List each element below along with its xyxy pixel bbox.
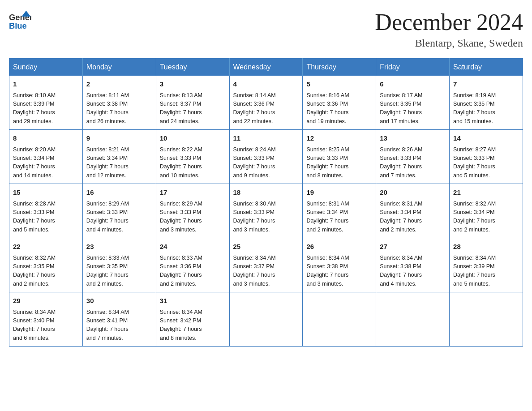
calendar-cell: 25Sunrise: 8:34 AMSunset: 3:37 PMDayligh… xyxy=(229,238,303,292)
calendar-cell: 13Sunrise: 8:26 AMSunset: 3:33 PMDayligh… xyxy=(376,130,450,184)
day-info: Sunrise: 8:29 AMSunset: 3:33 PMDaylight:… xyxy=(86,201,129,233)
header-saturday: Saturday xyxy=(450,59,523,76)
day-info: Sunrise: 8:34 AMSunset: 3:38 PMDaylight:… xyxy=(380,255,422,287)
header-thursday: Thursday xyxy=(303,59,376,76)
day-info: Sunrise: 8:33 AMSunset: 3:36 PMDaylight:… xyxy=(160,255,202,287)
calendar-cell: 28Sunrise: 8:34 AMSunset: 3:39 PMDayligh… xyxy=(450,238,523,292)
day-info: Sunrise: 8:10 AMSunset: 3:39 PMDaylight:… xyxy=(13,92,56,124)
calendar-cell: 31Sunrise: 8:34 AMSunset: 3:42 PMDayligh… xyxy=(156,292,229,347)
calendar-cell: 5Sunrise: 8:16 AMSunset: 3:36 PMDaylight… xyxy=(303,76,376,130)
day-number: 18 xyxy=(233,188,299,198)
day-number: 26 xyxy=(306,242,372,252)
calendar-cell: 21Sunrise: 8:32 AMSunset: 3:34 PMDayligh… xyxy=(450,184,523,238)
logo: General Blue xyxy=(9,9,33,31)
day-number: 1 xyxy=(13,79,79,90)
day-number: 11 xyxy=(233,133,299,144)
day-info: Sunrise: 8:25 AMSunset: 3:33 PMDaylight:… xyxy=(306,146,349,179)
calendar-body: 1Sunrise: 8:10 AMSunset: 3:39 PMDaylight… xyxy=(9,76,523,347)
calendar-cell: 20Sunrise: 8:31 AMSunset: 3:34 PMDayligh… xyxy=(376,184,450,238)
day-info: Sunrise: 8:34 AMSunset: 3:41 PMDaylight:… xyxy=(86,309,129,341)
day-number: 17 xyxy=(160,188,226,198)
day-number: 8 xyxy=(13,133,79,144)
calendar-cell: 26Sunrise: 8:34 AMSunset: 3:38 PMDayligh… xyxy=(303,238,376,292)
calendar-cell: 11Sunrise: 8:24 AMSunset: 3:33 PMDayligh… xyxy=(229,130,303,184)
calendar-cell: 7Sunrise: 8:19 AMSunset: 3:35 PMDaylight… xyxy=(450,76,523,130)
day-number: 30 xyxy=(86,296,152,306)
day-info: Sunrise: 8:29 AMSunset: 3:33 PMDaylight:… xyxy=(160,201,202,233)
day-info: Sunrise: 8:32 AMSunset: 3:35 PMDaylight:… xyxy=(13,255,56,287)
title-area: December 2024 Blentarp, Skane, Sweden xyxy=(375,9,523,49)
day-info: Sunrise: 8:34 AMSunset: 3:42 PMDaylight:… xyxy=(160,309,202,341)
day-info: Sunrise: 8:34 AMSunset: 3:39 PMDaylight:… xyxy=(453,255,496,287)
day-info: Sunrise: 8:19 AMSunset: 3:35 PMDaylight:… xyxy=(453,92,496,124)
day-info: Sunrise: 8:14 AMSunset: 3:36 PMDaylight:… xyxy=(233,92,276,124)
day-number: 31 xyxy=(160,296,226,306)
day-info: Sunrise: 8:11 AMSunset: 3:38 PMDaylight:… xyxy=(86,92,129,124)
day-info: Sunrise: 8:34 AMSunset: 3:40 PMDaylight:… xyxy=(13,309,56,341)
calendar-cell: 18Sunrise: 8:30 AMSunset: 3:33 PMDayligh… xyxy=(229,184,303,238)
calendar-cell: 22Sunrise: 8:32 AMSunset: 3:35 PMDayligh… xyxy=(9,238,83,292)
day-number: 23 xyxy=(86,242,152,252)
day-number: 14 xyxy=(453,133,519,144)
calendar-week-row: 8Sunrise: 8:20 AMSunset: 3:34 PMDaylight… xyxy=(9,130,523,184)
day-number: 25 xyxy=(233,242,299,252)
day-info: Sunrise: 8:34 AMSunset: 3:38 PMDaylight:… xyxy=(306,255,349,287)
calendar-cell xyxy=(229,292,303,347)
day-number: 16 xyxy=(86,188,152,198)
calendar-cell: 17Sunrise: 8:29 AMSunset: 3:33 PMDayligh… xyxy=(156,184,229,238)
calendar-cell: 15Sunrise: 8:28 AMSunset: 3:33 PMDayligh… xyxy=(9,184,83,238)
day-info: Sunrise: 8:34 AMSunset: 3:37 PMDaylight:… xyxy=(233,255,276,287)
calendar-cell: 24Sunrise: 8:33 AMSunset: 3:36 PMDayligh… xyxy=(156,238,229,292)
calendar-cell: 1Sunrise: 8:10 AMSunset: 3:39 PMDaylight… xyxy=(9,76,83,130)
calendar-cell: 10Sunrise: 8:22 AMSunset: 3:33 PMDayligh… xyxy=(156,130,229,184)
logo-icon: General Blue xyxy=(9,9,31,31)
day-info: Sunrise: 8:32 AMSunset: 3:34 PMDaylight:… xyxy=(453,201,496,233)
day-info: Sunrise: 8:22 AMSunset: 3:33 PMDaylight:… xyxy=(160,146,202,179)
day-info: Sunrise: 8:26 AMSunset: 3:33 PMDaylight:… xyxy=(380,146,422,179)
calendar-cell: 2Sunrise: 8:11 AMSunset: 3:38 PMDaylight… xyxy=(82,76,156,130)
day-number: 15 xyxy=(13,188,79,198)
svg-text:Blue: Blue xyxy=(9,21,27,30)
header-monday: Monday xyxy=(82,59,156,76)
day-number: 6 xyxy=(380,79,446,90)
day-info: Sunrise: 8:30 AMSunset: 3:33 PMDaylight:… xyxy=(233,201,276,233)
calendar-table: Sunday Monday Tuesday Wednesday Thursday… xyxy=(9,58,523,347)
calendar-cell: 29Sunrise: 8:34 AMSunset: 3:40 PMDayligh… xyxy=(9,292,83,347)
calendar-cell xyxy=(303,292,376,347)
day-info: Sunrise: 8:21 AMSunset: 3:34 PMDaylight:… xyxy=(86,146,129,179)
calendar-cell: 30Sunrise: 8:34 AMSunset: 3:41 PMDayligh… xyxy=(82,292,156,347)
day-number: 5 xyxy=(306,79,372,90)
day-info: Sunrise: 8:20 AMSunset: 3:34 PMDaylight:… xyxy=(13,146,56,179)
calendar-cell: 27Sunrise: 8:34 AMSunset: 3:38 PMDayligh… xyxy=(376,238,450,292)
day-number: 9 xyxy=(86,133,152,144)
day-number: 13 xyxy=(380,133,446,144)
day-info: Sunrise: 8:27 AMSunset: 3:33 PMDaylight:… xyxy=(453,146,496,179)
day-number: 4 xyxy=(233,79,299,90)
day-number: 10 xyxy=(160,133,226,144)
day-info: Sunrise: 8:28 AMSunset: 3:33 PMDaylight:… xyxy=(13,201,56,233)
calendar-cell: 4Sunrise: 8:14 AMSunset: 3:36 PMDaylight… xyxy=(229,76,303,130)
page-header: General Blue December 2024 Blentarp, Ska… xyxy=(9,9,523,49)
day-number: 27 xyxy=(380,242,446,252)
day-number: 28 xyxy=(453,242,519,252)
calendar-week-row: 22Sunrise: 8:32 AMSunset: 3:35 PMDayligh… xyxy=(9,238,523,292)
day-info: Sunrise: 8:33 AMSunset: 3:35 PMDaylight:… xyxy=(86,255,129,287)
calendar-cell: 19Sunrise: 8:31 AMSunset: 3:34 PMDayligh… xyxy=(303,184,376,238)
day-number: 12 xyxy=(306,133,372,144)
calendar-week-row: 15Sunrise: 8:28 AMSunset: 3:33 PMDayligh… xyxy=(9,184,523,238)
day-number: 29 xyxy=(13,296,79,306)
header-sunday: Sunday xyxy=(9,59,83,76)
day-number: 2 xyxy=(86,79,152,90)
day-info: Sunrise: 8:16 AMSunset: 3:36 PMDaylight:… xyxy=(306,92,349,124)
day-number: 19 xyxy=(306,188,372,198)
month-year-title: December 2024 xyxy=(375,9,523,35)
calendar-cell: 9Sunrise: 8:21 AMSunset: 3:34 PMDaylight… xyxy=(82,130,156,184)
calendar-cell: 8Sunrise: 8:20 AMSunset: 3:34 PMDaylight… xyxy=(9,130,83,184)
calendar-cell: 23Sunrise: 8:33 AMSunset: 3:35 PMDayligh… xyxy=(82,238,156,292)
day-info: Sunrise: 8:24 AMSunset: 3:33 PMDaylight:… xyxy=(233,146,276,179)
calendar-cell: 12Sunrise: 8:25 AMSunset: 3:33 PMDayligh… xyxy=(303,130,376,184)
header-friday: Friday xyxy=(376,59,450,76)
day-info: Sunrise: 8:13 AMSunset: 3:37 PMDaylight:… xyxy=(160,92,202,124)
day-number: 3 xyxy=(160,79,226,90)
calendar-week-row: 1Sunrise: 8:10 AMSunset: 3:39 PMDaylight… xyxy=(9,76,523,130)
